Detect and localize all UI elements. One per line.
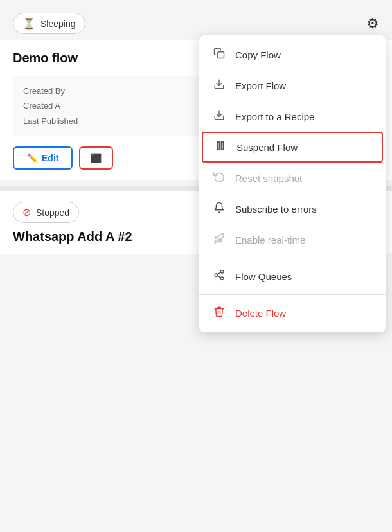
stop-icon: ⬛ <box>91 153 102 163</box>
page-container: ⏳ Sleeping ⚙ Demo flow Created By Create… <box>0 0 392 532</box>
copy-icon <box>212 48 226 62</box>
copy-flow-label: Copy Flow <box>235 49 281 60</box>
menu-item-enable-realtime: Enable real-time <box>199 224 386 255</box>
stopped-label: Stopped <box>36 208 69 218</box>
menu-item-copy-flow[interactable]: Copy Flow <box>199 39 386 70</box>
top-bar: ⏳ Sleeping ⚙ <box>0 0 392 40</box>
pencil-icon: ✏️ <box>27 153 38 163</box>
menu-item-delete-flow[interactable]: Delete Flow <box>199 297 386 328</box>
delete-flow-label: Delete Flow <box>235 308 286 319</box>
menu-divider-1 <box>199 258 386 258</box>
stopped-status-badge[interactable]: ⊘ Stopped <box>13 202 79 223</box>
menu-item-suspend-flow[interactable]: Suspend Flow <box>202 132 383 163</box>
download-icon-1 <box>212 78 226 93</box>
stopped-icon: ⊘ <box>22 206 31 218</box>
flow-title-2: Whatsapp Add A #2 <box>13 229 132 244</box>
sleeping-label: Sleeping <box>40 19 76 29</box>
suspend-flow-label: Suspend Flow <box>236 142 298 153</box>
download-icon-2 <box>212 109 226 123</box>
flow-queues-label: Flow Queues <box>235 271 292 282</box>
svg-rect-4 <box>222 142 224 150</box>
svg-line-9 <box>217 272 220 274</box>
subscribe-errors-label: Subscribe to errors <box>235 204 317 215</box>
hourglass-icon: ⏳ <box>22 17 35 30</box>
gear-icon[interactable]: ⚙ <box>366 15 379 32</box>
edit-label: Edit <box>42 153 58 163</box>
reset-icon <box>212 171 226 185</box>
enable-realtime-label: Enable real-time <box>235 235 305 245</box>
reset-snapshot-label: Reset snapshot <box>235 173 302 184</box>
menu-item-reset-snapshot: Reset snapshot <box>199 163 386 193</box>
dropdown-menu: Copy Flow Export Flow Expo <box>199 35 386 332</box>
menu-item-flow-queues[interactable]: Flow Queues <box>199 261 386 292</box>
queues-icon <box>212 269 226 283</box>
export-recipe-label: Export to a Recipe <box>235 111 314 122</box>
svg-rect-0 <box>218 52 224 58</box>
secondary-action-button[interactable]: ⬛ <box>79 146 113 170</box>
rocket-icon <box>212 233 226 247</box>
sleeping-status-badge[interactable]: ⏳ Sleeping <box>13 13 85 34</box>
menu-item-subscribe-errors[interactable]: Subscribe to errors <box>199 193 386 224</box>
svg-rect-3 <box>218 142 220 150</box>
menu-item-export-flow[interactable]: Export Flow <box>199 70 386 101</box>
pause-icon <box>213 140 227 154</box>
menu-item-export-recipe[interactable]: Export to a Recipe <box>199 101 386 132</box>
svg-line-8 <box>217 276 220 278</box>
trash-icon <box>212 306 226 320</box>
export-flow-label: Export Flow <box>235 80 286 91</box>
edit-button[interactable]: ✏️ Edit <box>13 146 73 170</box>
menu-divider-2 <box>199 294 386 295</box>
bell-icon <box>212 202 226 216</box>
